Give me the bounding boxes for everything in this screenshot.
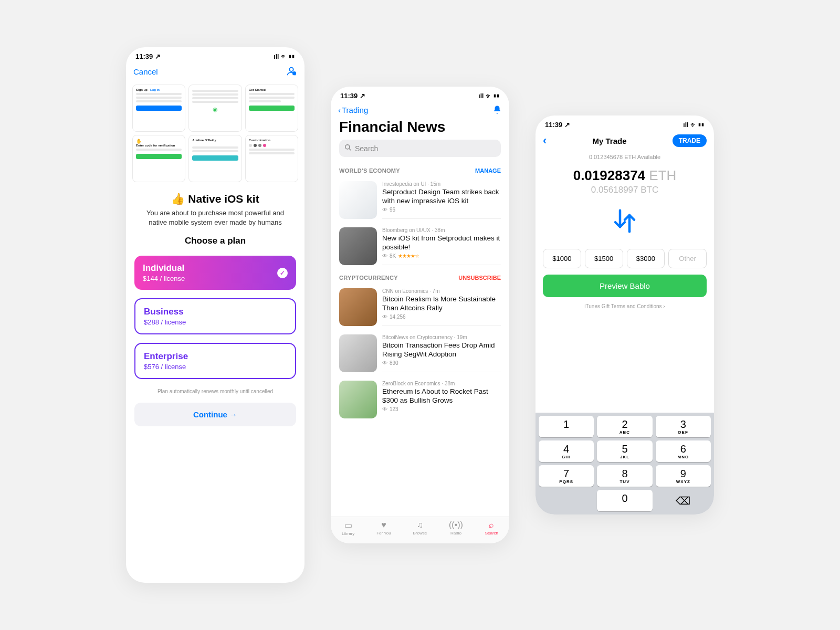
nav-bar: Cancel [126,62,304,80]
article-title: Setproduct Design Team strikes back with… [382,188,501,206]
key-8[interactable]: 8TUV [597,465,652,487]
status-icons: ıll ᯤ ▮▮ [683,121,705,129]
tab-for-you[interactable]: ♥For You [376,520,391,536]
available-balance: 0.012345678 ETH Available [536,154,714,160]
purchase-plan-screen: 11:39 ↗ ıll ᯤ ▮▮ Cancel Sign up · Log in… [126,47,304,583]
page-title: My Trade [592,136,626,145]
tab-browse[interactable]: ♫Browse [413,520,427,536]
article-title: Bitcoin Realism Is More Sustainable Than… [382,295,501,313]
heart-icon: ♥ [381,520,386,530]
amount-chip-1000[interactable]: $1000 [543,249,581,268]
status-bar: 11:39 ↗ ıll ᯤ ▮▮ [536,116,714,131]
mini-profile-card: Adeline O'Reilly [188,135,242,182]
tab-radio[interactable]: ((•))Radio [449,520,463,536]
trade-button[interactable]: TRADE [673,134,707,147]
mini-payment-card: ◉ [188,85,242,132]
status-bar: 11:39 ↗ ıll ᯤ ▮▮ [126,47,304,62]
article-views: 👁890 [382,360,501,366]
news-item[interactable]: Investopedia on UI · 15m Setproduct Desi… [331,177,509,223]
mini-custom-card: Customization [245,135,298,182]
page-title: Financial News [331,118,509,140]
backspace-icon: ⌫ [676,495,690,507]
tab-search[interactable]: ⌕Search [485,520,498,536]
article-title: New iOS kit from Setproduct makes it pos… [382,234,501,252]
numeric-keypad: 1 2ABC 3DEF 4GHI 5JKL 6MNO 7PQRS 8TUV 9W… [536,413,714,514]
article-title: Ethereum is About to Rocket Past $300 as… [382,387,501,405]
key-2[interactable]: 2ABC [597,416,652,437]
plan-name: Business [144,307,287,317]
search-icon: ⌕ [489,520,494,530]
mini-signup-card: Sign up · Log in [132,85,185,132]
plan-name: Enterprise [144,351,287,362]
continue-button[interactable]: Continue → [134,403,296,426]
bell-icon[interactable] [492,105,502,114]
plan-name: Individual [143,263,288,274]
plan-individual[interactable]: Individual $144 / license ✓ [134,256,296,290]
key-7[interactable]: 7PQRS [539,465,594,487]
eye-icon: 👁 [382,207,387,213]
eye-icon: 👁 [382,406,387,412]
section-header-economy: WORLD'S ECONOMY MANAGE [331,162,509,177]
amount-chips: $1000 $1500 $3000 Other [536,249,714,268]
preview-collage: Sign up · Log in ◉ Get Started ✋Enter co… [126,80,304,185]
status-icons: ıll ᯤ ▮▮ [274,53,295,60]
article-title: Bitcoin Transaction Fees Drop Amid Risin… [382,341,501,359]
terms-link[interactable]: iTunes Gift Terms and Conditions › [536,303,714,309]
tab-bar: ▭Library ♥For You ♫Browse ((•))Radio ⌕Se… [331,517,509,543]
news-item[interactable]: Bloomberg on UI/UX · 38m New iOS kit fro… [331,223,509,269]
manage-button[interactable]: MANAGE [475,167,501,174]
swap-icon[interactable] [536,207,714,237]
key-9[interactable]: 9WXYZ [656,465,711,487]
chevron-left-icon: ‹ [338,106,341,114]
amount-chip-3000[interactable]: $3000 [627,249,665,268]
eye-icon: 👁 [382,253,387,259]
tab-library[interactable]: ▭Library [342,520,354,536]
svg-point-2 [345,145,350,149]
eye-icon: 👁 [382,314,387,320]
avatar-icon[interactable] [286,66,297,77]
article-views: 👁14,256 [382,314,501,320]
amount-secondary: 0.05618997 BTC [536,185,714,195]
nav-bar: ‹ Trading [331,102,509,118]
star-rating: ★★★★☆ [398,253,419,259]
key-0[interactable]: 0 [597,490,652,511]
amount-chip-other[interactable]: Other [668,249,707,268]
key-4[interactable]: 4GHI [539,440,594,462]
kit-subtitle: You are about to purchase most powerful … [126,205,304,233]
news-item[interactable]: BitcoiNews on Cryptocurrency · 19m Bitco… [331,330,509,376]
amount-primary: 0.01928374 ETH [536,167,714,184]
key-5[interactable]: 5JKL [597,440,652,462]
article-meta: Investopedia on UI · 15m [382,181,501,187]
status-bar: 11:39 ↗ ıll ᯤ ▮▮ [331,87,509,102]
news-item[interactable]: ZeroBlock on Economics · 38m Ethereum is… [331,376,509,423]
article-views: 👁8K ★★★★☆ [382,253,501,259]
unsubscribe-button[interactable]: UNSUBSCRIBE [458,275,501,281]
eye-icon: 👁 [382,360,387,366]
key-3[interactable]: 3DEF [656,416,711,437]
plan-enterprise[interactable]: Enterprise $576 / license [134,343,296,379]
plan-business[interactable]: Business $288 / license [134,298,296,334]
cancel-button[interactable]: Cancel [133,67,158,76]
article-thumb [339,381,377,418]
key-6[interactable]: 6MNO [656,440,711,462]
mini-getstarted-card: Get Started [245,85,298,132]
article-meta: ZeroBlock on Economics · 38m [382,381,501,386]
article-meta: Bloomberg on UI/UX · 38m [382,227,501,233]
news-item[interactable]: CNN on Economics · 7m Bitcoin Realism Is… [331,284,509,330]
key-1[interactable]: 1 [539,416,594,437]
thumbs-up-icon: 👍 [171,193,185,205]
article-meta: BitcoiNews on Cryptocurrency · 19m [382,334,501,340]
back-button[interactable]: ‹ [543,134,547,148]
check-icon: ✓ [277,268,288,278]
article-views: 👁123 [382,406,501,412]
preview-button[interactable]: Preview Bablo [543,275,707,297]
search-input[interactable]: Search [339,140,501,157]
status-icons: ıll ᯤ ▮▮ [478,92,500,100]
amount-chip-1500[interactable]: $1500 [585,249,623,268]
status-time: 11:39 ↗ [340,92,365,100]
key-backspace[interactable]: ⌫ [656,490,711,511]
plan-price: $144 / license [143,275,288,282]
plan-price: $576 / license [144,363,287,371]
back-button[interactable]: ‹ Trading [338,106,368,114]
library-icon: ▭ [344,520,352,530]
